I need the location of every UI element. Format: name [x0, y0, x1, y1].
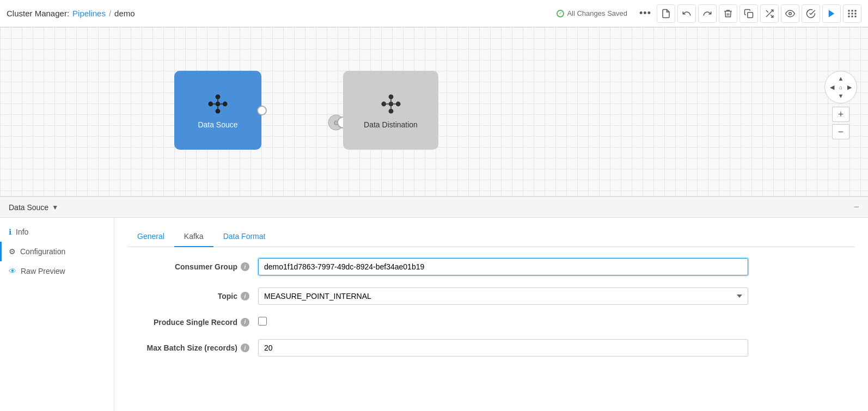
svg-point-28	[388, 94, 393, 99]
nav-blank4	[845, 91, 854, 100]
produce-single-record-info-icon[interactable]: i	[241, 318, 249, 327]
panel-body: ℹ Info ⚙ Configuration 👁 Raw Preview Gen…	[0, 218, 868, 411]
shuffle-button[interactable]	[760, 4, 779, 23]
tab-kafka[interactable]: Kafka	[174, 226, 213, 247]
delete-button[interactable]	[719, 4, 737, 23]
svg-point-31	[388, 108, 393, 113]
dest-node[interactable]: Data Distination	[343, 71, 438, 150]
svg-rect-10	[852, 13, 853, 14]
svg-rect-6	[848, 10, 850, 11]
consumer-group-label-text: Consumer Group	[175, 262, 237, 271]
cluster-label: Cluster Manager:	[7, 9, 69, 18]
tabs: General Kafka Data Format	[127, 226, 855, 247]
topic-select[interactable]: MEASURE_POINT_INTERNAL	[258, 287, 748, 305]
save-status-label: All Changes Saved	[567, 9, 627, 17]
produce-single-record-checkbox[interactable]	[258, 317, 267, 326]
nav-item-raw-preview-label: Raw Preview	[21, 267, 65, 275]
app-header: Cluster Manager: Pipelines / demo All Ch…	[0, 0, 868, 27]
panel-header: Data Souce ▼ −	[0, 197, 868, 218]
save-checkmark-icon	[557, 10, 564, 17]
pipeline-name: demo	[114, 9, 135, 18]
svg-point-16	[208, 101, 213, 106]
left-nav: ℹ Info ⚙ Configuration 👁 Raw Preview	[0, 218, 114, 411]
max-batch-size-label-text: Max Batch Size (records)	[147, 343, 238, 352]
form-row-topic: Topic i MEASURE_POINT_INTERNAL	[127, 287, 855, 305]
topic-info-icon[interactable]: i	[241, 292, 249, 300]
svg-point-18	[216, 108, 221, 113]
produce-single-record-label: Produce Single Record i	[127, 318, 258, 327]
form-row-max-batch-size: Max Batch Size (records) i	[127, 339, 855, 357]
copy-button[interactable]	[739, 4, 758, 23]
output-port[interactable]	[257, 106, 267, 115]
nav-item-info-label: Info	[16, 228, 28, 236]
produce-single-record-control	[258, 317, 748, 327]
svg-text:⚙: ⚙	[333, 119, 339, 127]
run-button[interactable]	[822, 4, 841, 23]
nav-left-button[interactable]: ◀	[828, 83, 836, 91]
svg-point-24	[328, 115, 344, 130]
panel-title: Data Souce ▼	[9, 203, 58, 212]
app-menu-button[interactable]	[843, 4, 861, 23]
form-row-produce-single-record: Produce Single Record i	[127, 317, 855, 327]
nav-circle[interactable]: ▲ ◀ ⌂ ▶ ▼	[824, 71, 857, 103]
nav-item-raw-preview[interactable]: 👁 Raw Preview	[0, 261, 114, 281]
svg-rect-12	[848, 15, 850, 17]
produce-single-record-label-text: Produce Single Record	[154, 318, 237, 327]
document-button[interactable]	[657, 4, 675, 23]
panel-title-arrow[interactable]: ▼	[52, 204, 58, 211]
tab-general[interactable]: General	[127, 226, 174, 247]
nav-blank	[828, 74, 836, 83]
info-icon: ℹ	[9, 228, 11, 236]
breadcrumb-separator: /	[109, 9, 111, 18]
nav-item-info[interactable]: ℹ Info	[0, 222, 114, 242]
panel-collapse-button[interactable]: −	[853, 201, 859, 213]
pipeline-canvas[interactable]: Data Souce ⚙ Data Distinat	[0, 27, 868, 196]
svg-marker-5	[829, 10, 835, 17]
topic-label: Topic i	[127, 292, 258, 300]
toolbar: •••	[636, 4, 861, 23]
preview-button[interactable]	[781, 4, 799, 23]
raw-preview-icon: 👁	[9, 267, 16, 275]
svg-point-19	[216, 101, 221, 106]
panel-title-text: Data Souce	[9, 203, 48, 212]
nav-home-button[interactable]: ⌂	[836, 83, 845, 91]
dest-node-icon	[379, 92, 403, 116]
svg-point-15	[216, 94, 221, 99]
nav-down-button[interactable]: ▼	[836, 91, 845, 100]
undo-button[interactable]	[677, 4, 696, 23]
nav-up-button[interactable]: ▲	[836, 74, 845, 83]
svg-point-4	[789, 12, 792, 15]
svg-rect-13	[852, 15, 853, 17]
max-batch-size-input[interactable]	[258, 339, 748, 357]
breadcrumb: Cluster Manager: Pipelines / demo	[7, 9, 135, 18]
save-status: All Changes Saved	[557, 9, 627, 17]
source-node-icon	[206, 92, 230, 116]
max-batch-size-info-icon[interactable]: i	[241, 343, 249, 352]
svg-line-3	[766, 10, 768, 13]
svg-rect-0	[748, 12, 753, 17]
svg-rect-7	[852, 10, 853, 11]
nav-item-configuration[interactable]: ⚙ Configuration	[0, 242, 114, 261]
zoom-out-button[interactable]: −	[832, 124, 849, 139]
more-button[interactable]: •••	[636, 4, 655, 23]
consumer-group-control	[258, 258, 748, 275]
bottom-panel: Data Souce ▼ − ℹ Info ⚙ Configuration 👁 …	[0, 196, 868, 411]
svg-rect-11	[855, 13, 857, 14]
svg-rect-9	[848, 13, 850, 14]
validate-button[interactable]	[802, 4, 820, 23]
zoom-in-button[interactable]: +	[832, 107, 849, 122]
topic-control: MEASURE_POINT_INTERNAL	[258, 287, 748, 305]
redo-button[interactable]	[698, 4, 717, 23]
max-batch-size-control	[258, 339, 748, 357]
svg-point-30	[395, 101, 400, 106]
pipelines-link[interactable]: Pipelines	[72, 9, 106, 18]
dest-node-label: Data Distination	[364, 120, 418, 129]
consumer-group-input[interactable]	[258, 258, 748, 275]
source-node[interactable]: Data Souce	[174, 71, 261, 150]
svg-point-32	[388, 101, 393, 106]
consumer-group-info-icon[interactable]: i	[241, 262, 249, 271]
nav-blank2	[845, 74, 854, 83]
nav-right-button[interactable]: ▶	[845, 83, 854, 91]
canvas-nav-controls: ▲ ◀ ⌂ ▶ ▼ + −	[824, 71, 857, 139]
tab-data-format[interactable]: Data Format	[213, 226, 276, 247]
